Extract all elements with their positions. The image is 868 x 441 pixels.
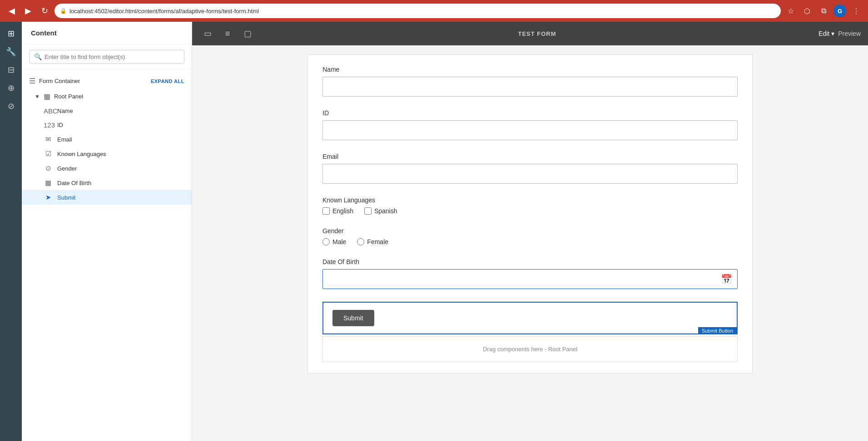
browser-actions: ☆ ⬡ ⧉ G ⋮ [784,5,863,17]
sidebar-item-date-of-birth[interactable]: ▦ Date Of Birth [22,176,192,190]
edit-chevron-icon: ▾ [831,30,834,37]
sidebar-item-dob-label: Date Of Birth [57,180,91,186]
english-checkbox[interactable] [322,207,330,215]
avatar[interactable]: G [833,5,846,17]
edit-button[interactable]: Edit ▾ [818,30,834,37]
wrench-icon[interactable]: 🔧 [3,44,19,60]
sidebar-item-submit[interactable]: ➤ Submit [22,190,192,205]
forward-button[interactable]: ▶ [22,5,35,17]
sidebar-item-gender-label: Gender [57,165,77,172]
app-layout: ⊞ 🔧 ⊟ ⊕ ⊘ Content 🔍 ☰ Form Container EXP… [0,22,868,441]
dob-field: Date Of Birth 📅 [322,258,738,289]
dob-label: Date Of Birth [322,258,738,265]
sidebar-tree: ☰ Form Container EXPAND ALL ▼ ▦ Root Pan… [22,69,192,441]
name-field: Name [322,66,738,97]
form-area: Name ID Email Known Languages [308,54,753,373]
search-box[interactable]: 🔍 [29,50,184,64]
gender-label: Gender [322,227,738,235]
root-panel-row[interactable]: ▼ ▦ Root Panel [22,89,192,104]
male-radio[interactable] [322,238,330,245]
tag-icon[interactable]: ⊘ [3,98,19,114]
english-label: English [332,207,353,215]
back-button[interactable]: ◀ [5,5,18,17]
toolbar-title: TEST FORM [259,30,815,37]
known-languages-label: Known Languages [322,196,738,204]
layers-icon[interactable]: ⊞ [3,25,19,42]
expand-all-button[interactable]: EXPAND ALL [151,78,184,84]
sidebar-item-gender[interactable]: ⊙ Gender [22,161,192,176]
email-input[interactable] [322,164,738,184]
spanish-checkbox-item[interactable]: Spanish [364,207,397,215]
number-field-icon: 123 [44,121,53,129]
submit-icon: ➤ [44,193,53,201]
view-toggle-button[interactable]: ▭ [199,25,216,42]
spanish-checkbox[interactable] [364,207,372,215]
female-radio-item[interactable]: Female [357,238,388,245]
date-field-icon: ▦ [44,179,53,187]
url-bar[interactable]: 🔒 localhost:4502/editor.html/content/for… [55,4,781,18]
drag-zone: Drag components here - Root Panel [322,336,738,362]
radio-icon: ⊙ [44,164,53,172]
sidebar-search-area: 🔍 [22,44,192,69]
checkbox-icon: ☑ [44,150,53,158]
panel-icon: ▦ [44,92,50,101]
language-checkbox-group: English Spanish [322,207,738,215]
sidebar-header: Content [22,22,192,44]
search-icon: 🔍 [34,53,42,60]
form-container-label: Form Container [39,78,147,84]
menu-button[interactable]: ⋮ [850,5,863,17]
extensions-button[interactable]: ⬡ [801,5,813,17]
text-field-icon: ABC [44,107,53,115]
known-languages-field: Known Languages English Spanish [322,196,738,215]
sidebar-item-email-label: Email [57,136,72,143]
male-label: Male [332,238,346,245]
list-icon: ☰ [29,77,35,85]
chevron-down-icon: ▼ [35,93,40,100]
id-input[interactable] [322,120,738,140]
sidebar-item-known-languages[interactable]: ☑ Known Languages [22,147,192,161]
submit-button[interactable]: Submit [332,310,374,326]
main-content: ▭ ≡ ▢ TEST FORM Edit ▾ Preview Name ID [192,22,868,441]
browser-chrome: ◀ ▶ ↻ 🔒 localhost:4502/editor.html/conte… [0,0,868,22]
sidebar-item-name-label: Name [57,108,73,114]
window-button[interactable]: ⧉ [817,5,830,17]
sidebar-item-submit-label: Submit [57,194,75,201]
preview-button[interactable]: Preview [838,30,861,37]
gender-radio-group: Male Female [322,238,738,245]
email-field-icon: ✉ [44,135,53,143]
reload-button[interactable]: ↻ [38,5,51,17]
submit-badge: Submit Button [698,327,737,334]
components-button[interactable]: ▢ [239,25,256,42]
star-button[interactable]: ☆ [784,5,797,17]
sidebar-item-name[interactable]: ABC Name [22,104,192,118]
form-canvas: Name ID Email Known Languages [192,45,868,441]
date-input[interactable] [322,269,738,289]
calendar-icon[interactable]: 📅 [721,274,732,284]
add-component-icon[interactable]: ⊕ [3,80,19,96]
email-field: Email [322,153,738,184]
sidebar-item-email[interactable]: ✉ Email [22,132,192,147]
date-input-wrapper: 📅 [322,269,738,289]
sidebar: Content 🔍 ☰ Form Container EXPAND ALL ▼ … [22,22,192,441]
url-text: localhost:4502/editor.html/content/forms… [69,8,775,15]
sidebar-item-id[interactable]: 123 ID [22,118,192,132]
sidebar-item-known-languages-label: Known Languages [57,151,106,157]
female-label: Female [367,238,388,245]
form-container-row[interactable]: ☰ Form Container EXPAND ALL [22,73,192,89]
spanish-label: Spanish [374,207,397,215]
email-label: Email [322,153,738,160]
root-panel-label: Root Panel [54,93,184,100]
settings-button[interactable]: ≡ [219,25,236,42]
male-radio-item[interactable]: Male [322,238,346,245]
english-checkbox-item[interactable]: English [322,207,353,215]
id-field: ID [322,109,738,140]
grid-icon[interactable]: ⊟ [3,62,19,78]
name-input[interactable] [322,77,738,97]
edit-label: Edit [818,30,829,37]
gender-field: Gender Male Female [322,227,738,245]
lock-icon: 🔒 [60,8,67,14]
sidebar-item-id-label: ID [57,122,63,128]
icon-rail: ⊞ 🔧 ⊟ ⊕ ⊘ [0,22,22,441]
search-input[interactable] [45,54,179,60]
female-radio[interactable] [357,238,364,245]
